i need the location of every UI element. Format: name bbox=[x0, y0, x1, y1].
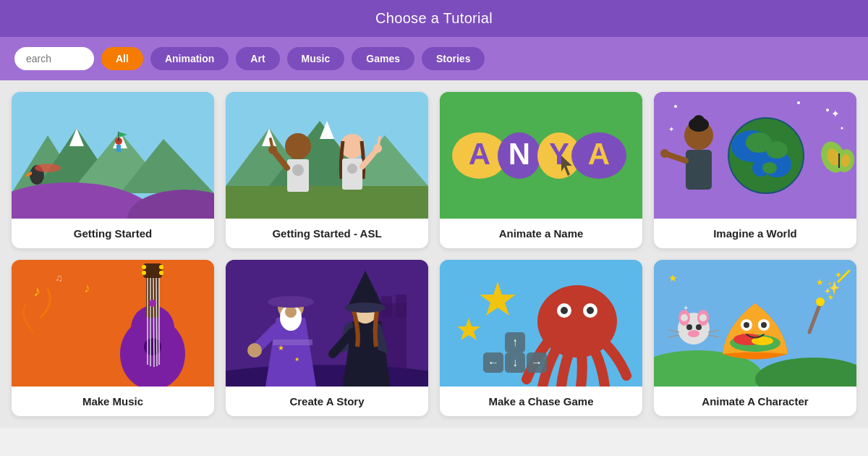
svg-point-9 bbox=[35, 164, 61, 172]
svg-rect-30 bbox=[342, 159, 362, 190]
card-animate-name[interactable]: A N Y A Animate a Name bbox=[440, 92, 642, 248]
filter-music[interactable]: Music bbox=[287, 47, 345, 70]
card-image-create-story: ★ ★ bbox=[226, 260, 428, 387]
card-image-asl bbox=[226, 92, 428, 219]
svg-point-31 bbox=[347, 164, 357, 174]
search-input[interactable] bbox=[14, 47, 94, 70]
svg-text:♫: ♫ bbox=[55, 272, 63, 284]
svg-point-82 bbox=[159, 265, 163, 269]
filter-stories[interactable]: Stories bbox=[422, 47, 485, 70]
card-imagine-world[interactable]: ✦ ✦ bbox=[654, 92, 856, 248]
card-label-getting-started: Getting Started bbox=[12, 219, 214, 248]
card-image-chase-game: ↑ ← ↓ → bbox=[440, 260, 642, 387]
card-chase-game[interactable]: ↑ ← ↓ → Make a Chase Game bbox=[440, 260, 642, 416]
svg-point-108 bbox=[285, 306, 297, 318]
svg-line-86 bbox=[153, 278, 154, 367]
svg-text:♪: ♪ bbox=[84, 281, 90, 295]
svg-rect-13 bbox=[116, 145, 121, 152]
svg-point-163 bbox=[816, 297, 825, 306]
svg-text:★: ★ bbox=[816, 277, 824, 287]
svg-text:→: → bbox=[531, 356, 542, 368]
svg-point-149 bbox=[761, 322, 767, 328]
card-make-music[interactable]: ♪ ♫ ♪ Make Music bbox=[12, 260, 214, 416]
svg-point-48 bbox=[826, 109, 829, 111]
svg-text:↓: ↓ bbox=[512, 356, 518, 368]
svg-text:✦: ✦ bbox=[831, 108, 840, 119]
svg-point-157 bbox=[688, 330, 699, 337]
card-getting-started-asl[interactable]: Getting Started - ASL bbox=[226, 92, 428, 248]
svg-point-147 bbox=[744, 322, 749, 328]
card-animate-char[interactable]: ★ ✦ ✦ ✨ bbox=[654, 260, 856, 416]
svg-text:N: N bbox=[509, 137, 530, 171]
svg-point-49 bbox=[841, 127, 843, 130]
svg-text:★: ★ bbox=[278, 344, 284, 352]
svg-point-105 bbox=[247, 343, 262, 358]
svg-point-99 bbox=[226, 365, 428, 387]
card-label-asl: Getting Started - ASL bbox=[226, 219, 428, 248]
filter-games[interactable]: Games bbox=[352, 47, 414, 70]
svg-point-153 bbox=[681, 314, 688, 321]
svg-rect-70 bbox=[686, 150, 712, 190]
page-header: Choose a Tutorial bbox=[0, 0, 868, 37]
svg-point-154 bbox=[699, 314, 707, 321]
svg-point-89 bbox=[149, 300, 156, 307]
svg-text:A: A bbox=[469, 137, 490, 171]
filter-animation[interactable]: Animation bbox=[150, 47, 229, 70]
svg-point-50 bbox=[797, 101, 800, 104]
svg-point-46 bbox=[674, 105, 677, 108]
card-label-animate-name: Animate a Name bbox=[440, 219, 642, 248]
svg-text:★: ★ bbox=[294, 356, 299, 363]
svg-rect-98 bbox=[396, 295, 407, 318]
svg-rect-22 bbox=[226, 186, 428, 219]
svg-point-118 bbox=[345, 303, 386, 313]
svg-point-69 bbox=[693, 115, 705, 127]
svg-point-25 bbox=[292, 164, 304, 176]
svg-text:A: A bbox=[588, 137, 610, 171]
svg-text:★: ★ bbox=[668, 272, 678, 284]
svg-point-156 bbox=[696, 324, 702, 330]
card-image-imagine-world: ✦ ✦ bbox=[654, 92, 856, 219]
card-image-make-music: ♪ ♫ ♪ bbox=[12, 260, 214, 387]
card-image-animate-char: ★ ✦ ✦ ✨ bbox=[654, 260, 856, 387]
svg-point-59 bbox=[766, 141, 788, 159]
filter-art[interactable]: Art bbox=[236, 47, 279, 70]
svg-point-110 bbox=[268, 296, 314, 308]
filter-all[interactable]: All bbox=[101, 47, 143, 70]
svg-text:♪: ♪ bbox=[33, 283, 41, 299]
svg-rect-73 bbox=[12, 260, 214, 387]
svg-text:←: ← bbox=[488, 356, 499, 368]
card-label-chase-game: Make a Chase Game bbox=[440, 387, 642, 416]
card-image-animate-name: A N Y A bbox=[440, 92, 642, 219]
svg-text:✦: ✦ bbox=[668, 125, 674, 133]
card-label-make-music: Make Music bbox=[12, 387, 214, 416]
card-image-getting-started bbox=[12, 92, 214, 219]
svg-rect-79 bbox=[143, 263, 162, 278]
card-create-story[interactable]: ★ ★ bbox=[226, 260, 428, 416]
svg-point-124 bbox=[587, 307, 594, 314]
svg-point-122 bbox=[561, 307, 568, 314]
tutorial-grid: Getting Started bbox=[0, 80, 868, 428]
svg-text:↑: ↑ bbox=[512, 336, 518, 348]
card-getting-started[interactable]: Getting Started bbox=[12, 92, 214, 248]
svg-point-81 bbox=[142, 271, 146, 275]
card-label-imagine-world: Imagine a World bbox=[654, 219, 856, 248]
card-label-animate-char: Animate A Character bbox=[654, 387, 856, 416]
svg-point-155 bbox=[686, 324, 692, 330]
svg-point-72 bbox=[660, 149, 669, 158]
svg-line-87 bbox=[156, 278, 157, 366]
svg-point-23 bbox=[285, 133, 311, 159]
svg-point-60 bbox=[762, 162, 777, 174]
filter-bar: All Animation Art Music Games Stories bbox=[0, 37, 868, 80]
header-title: Choose a Tutorial bbox=[375, 10, 493, 26]
svg-point-83 bbox=[159, 271, 163, 275]
svg-point-80 bbox=[142, 265, 146, 269]
card-label-create-story: Create A Story bbox=[226, 387, 428, 416]
svg-text:★: ★ bbox=[827, 293, 834, 301]
